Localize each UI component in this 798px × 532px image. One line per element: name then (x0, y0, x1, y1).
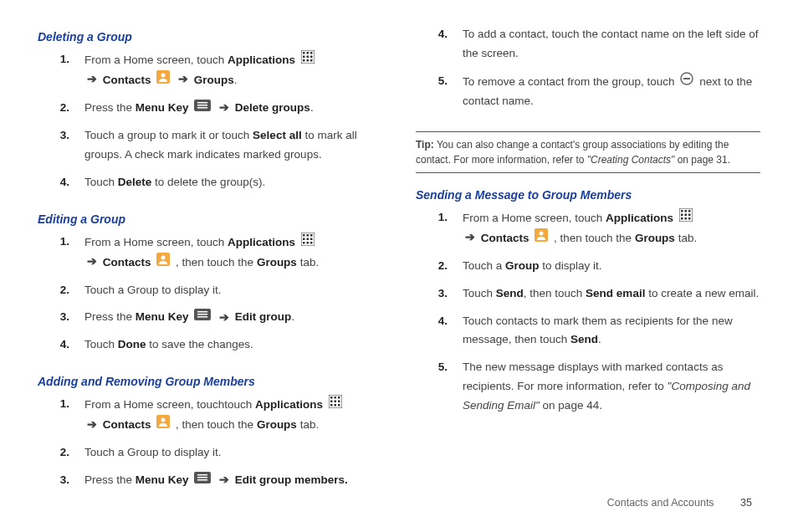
step-number: 1. (38, 50, 84, 90)
svg-rect-2 (306, 52, 309, 54)
svg-rect-45 (197, 474, 207, 476)
svg-rect-24 (306, 242, 309, 244)
step-text: From a Home screen, touchtouch Applicati… (84, 395, 382, 435)
svg-rect-29 (197, 311, 207, 313)
step-text: Touch a Group to display it. (84, 443, 382, 463)
step-number: 2. (38, 443, 84, 463)
step-number: 5. (416, 358, 463, 416)
svg-rect-53 (688, 210, 691, 212)
step-number: 2. (416, 257, 463, 276)
step-text: Touch Delete to delete the group(s). (84, 173, 382, 192)
step-number: 1. (38, 233, 84, 273)
svg-rect-18 (306, 234, 309, 237)
step-number: 1. (38, 395, 84, 435)
heading-deleting-group: Deleting a Group (38, 30, 382, 43)
svg-rect-56 (688, 213, 691, 216)
svg-rect-52 (684, 210, 687, 212)
step-number: 1. (416, 208, 463, 248)
contacts-icon (156, 415, 170, 435)
svg-rect-9 (310, 59, 313, 62)
contacts-icon (535, 228, 548, 248)
svg-rect-19 (310, 234, 313, 237)
section-name: Contacts and Accounts (607, 497, 714, 509)
svg-rect-21 (306, 238, 309, 240)
svg-rect-13 (197, 102, 207, 104)
contacts-icon (156, 253, 170, 273)
step-text: Press the Menu Key ➔ Edit group members. (84, 471, 382, 490)
svg-rect-15 (197, 107, 207, 109)
svg-rect-54 (681, 213, 683, 216)
step-text: The new message displays with marked con… (463, 358, 760, 416)
steps-editing-group: 1. From a Home screen, touch Application… (38, 233, 382, 364)
step-text: Touch a Group to display it. (84, 281, 382, 300)
svg-rect-20 (303, 238, 305, 240)
steps-sending-message: 1. From a Home screen, touch Application… (416, 208, 760, 424)
svg-rect-38 (338, 401, 340, 403)
remove-minus-icon (680, 72, 693, 92)
svg-rect-35 (338, 396, 340, 399)
applications-icon (329, 395, 342, 415)
svg-rect-31 (197, 316, 207, 318)
step-text: From a Home screen, touch Applications ➔… (84, 50, 382, 90)
svg-rect-39 (330, 404, 333, 407)
svg-point-43 (161, 418, 166, 422)
heading-adding-removing-members: Adding and Removing Group Members (38, 375, 382, 388)
svg-rect-47 (197, 479, 207, 481)
svg-rect-41 (338, 404, 340, 407)
step-number: 4. (38, 335, 84, 355)
heading-sending-message: Sending a Message to Group Members (416, 188, 760, 202)
page-number: 35 (740, 497, 752, 509)
svg-rect-30 (197, 314, 207, 315)
step-text: Touch a Group to display it. (463, 257, 760, 276)
menu-key-icon (194, 471, 211, 490)
step-number: 4. (38, 173, 84, 192)
svg-rect-51 (681, 210, 683, 212)
svg-rect-34 (334, 396, 336, 399)
step-number: 2. (38, 281, 84, 300)
menu-key-icon (194, 99, 211, 118)
svg-rect-5 (306, 56, 309, 59)
steps-deleting-group: 1. From a Home screen, touch Application… (38, 50, 382, 201)
svg-rect-46 (197, 477, 207, 478)
svg-point-27 (161, 255, 166, 259)
step-text: Touch Done to save the changes. (84, 335, 382, 355)
page-content: Deleting a Group 1. From a Home screen, … (0, 0, 798, 485)
svg-rect-37 (334, 401, 336, 403)
step-text: Press the Menu Key ➔ Edit group. (84, 308, 382, 327)
svg-rect-55 (684, 213, 687, 216)
applications-icon (679, 208, 693, 228)
step-text: From a Home screen, touch Applications ➔… (84, 233, 382, 273)
svg-point-11 (161, 73, 166, 77)
step-number: 4. (416, 312, 463, 350)
svg-rect-33 (330, 396, 333, 399)
steps-adding-removing: 1. From a Home screen, touchtouch Applic… (38, 395, 382, 499)
svg-rect-23 (303, 242, 305, 244)
page-footer: Contacts and Accounts 35 (607, 497, 752, 509)
svg-rect-14 (197, 105, 207, 106)
right-column: 4. To add a contact, touch the contact n… (416, 25, 760, 473)
svg-point-61 (540, 231, 544, 235)
step-text: To add a contact, touch the contact name… (463, 25, 760, 64)
step-text: Touch Send, then touch Send email to cre… (463, 284, 760, 304)
svg-rect-25 (310, 242, 313, 244)
heading-editing-group: Editing a Group (38, 212, 382, 226)
step-text: Press the Menu Key ➔ Delete groups. (84, 99, 382, 118)
svg-rect-59 (688, 217, 691, 220)
applications-icon (301, 50, 315, 70)
step-text: Touch contacts to mark them as recipient… (463, 312, 760, 350)
step-text: To remove a contact from the group, touc… (463, 72, 760, 111)
svg-rect-36 (330, 401, 333, 403)
steps-continued: 4. To add a contact, touch the contact n… (416, 25, 760, 120)
step-number: 5. (416, 72, 463, 111)
step-text: From a Home screen, touch Applications ➔… (463, 208, 760, 248)
svg-rect-22 (310, 238, 313, 240)
contacts-icon (156, 70, 170, 90)
svg-rect-8 (306, 59, 309, 62)
step-number: 3. (38, 471, 84, 490)
svg-rect-17 (303, 234, 305, 237)
svg-rect-57 (681, 217, 683, 220)
svg-rect-6 (310, 56, 313, 59)
svg-rect-3 (310, 52, 313, 54)
applications-icon (301, 233, 315, 253)
svg-rect-40 (334, 404, 336, 407)
